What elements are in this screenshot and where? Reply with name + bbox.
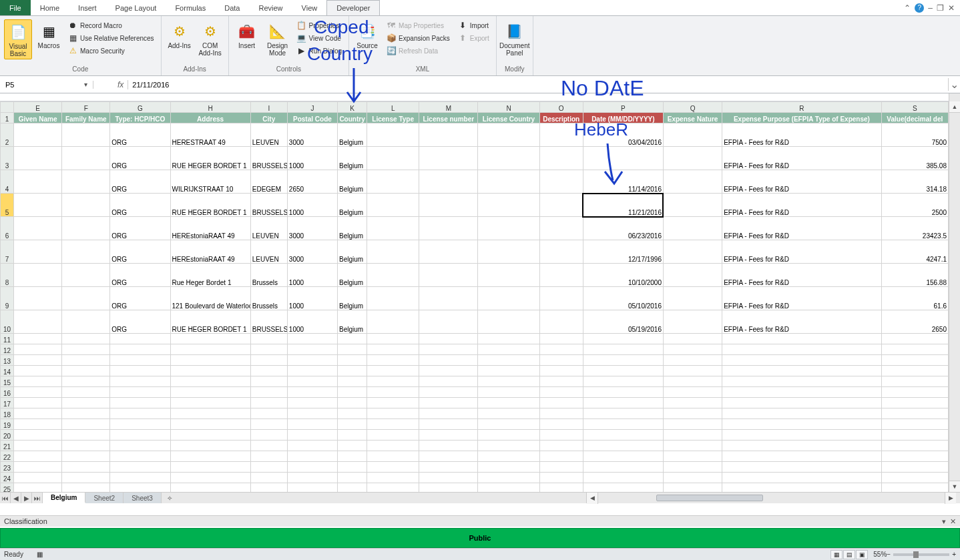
cell[interactable]: [62, 217, 110, 240]
cell[interactable]: [583, 430, 663, 441]
cell[interactable]: [110, 387, 170, 398]
cell[interactable]: [419, 441, 478, 451]
row-header[interactable]: 13: [1, 355, 14, 366]
vertical-scrollbar[interactable]: ▲ ▼: [949, 101, 960, 492]
cell[interactable]: [367, 217, 419, 240]
cell[interactable]: [287, 398, 337, 408]
properties-button[interactable]: 📋Properties: [294, 19, 344, 31]
scroll-left-icon[interactable]: ◀: [587, 493, 598, 504]
cell[interactable]: [881, 376, 948, 387]
zoom-in-icon[interactable]: +: [952, 551, 956, 558]
cell[interactable]: [338, 376, 367, 387]
window-restore-icon[interactable]: ❐: [937, 3, 944, 13]
cell[interactable]: [722, 366, 882, 376]
cell[interactable]: [478, 194, 539, 217]
run-dialog-button[interactable]: ▶Run Dialog: [294, 45, 344, 57]
col-header-Q[interactable]: Q: [663, 102, 722, 113]
cell[interactable]: [419, 430, 478, 441]
cell[interactable]: [367, 473, 419, 483]
cell[interactable]: [539, 344, 583, 355]
cell[interactable]: EFPIA - Fees for R&D: [722, 287, 882, 310]
cell[interactable]: [170, 441, 250, 451]
cell[interactable]: [367, 170, 419, 194]
row-header[interactable]: 4: [1, 170, 14, 194]
cell[interactable]: RUE HEGER BORDET 1: [170, 147, 250, 170]
cell[interactable]: [539, 310, 583, 334]
cell[interactable]: [62, 334, 110, 344]
cell[interactable]: ORG: [110, 287, 170, 310]
file-tab[interactable]: File: [0, 0, 31, 15]
design-mode-button[interactable]: 📐 Design Mode: [264, 19, 292, 58]
cell[interactable]: [419, 344, 478, 355]
cell[interactable]: Belgium: [338, 123, 367, 147]
cell[interactable]: [367, 240, 419, 264]
cell[interactable]: [170, 334, 250, 344]
cell[interactable]: [583, 344, 663, 355]
cell[interactable]: [539, 441, 583, 451]
cell[interactable]: [62, 310, 110, 334]
cell[interactable]: [250, 473, 287, 483]
cell[interactable]: [338, 387, 367, 398]
cell[interactable]: [419, 240, 478, 264]
cell[interactable]: 11/14/2016: [583, 170, 663, 194]
field-header[interactable]: Address: [170, 113, 250, 123]
cell[interactable]: Brussels: [250, 264, 287, 287]
col-header-H[interactable]: H: [170, 102, 250, 113]
cell[interactable]: [110, 451, 170, 462]
tab-data[interactable]: Data: [215, 0, 249, 15]
cell[interactable]: [110, 483, 170, 493]
cell[interactable]: [62, 287, 110, 310]
hscroll-thumb[interactable]: [656, 495, 763, 501]
fx-label[interactable]: fx: [113, 80, 128, 89]
formula-bar-expand-icon[interactable]: ⌄: [948, 78, 960, 91]
cell[interactable]: [367, 366, 419, 376]
cell[interactable]: [583, 147, 663, 170]
cell[interactable]: [419, 366, 478, 376]
cell[interactable]: [170, 344, 250, 355]
cell[interactable]: [338, 430, 367, 441]
cell[interactable]: [14, 194, 62, 217]
cell[interactable]: Belgium: [338, 287, 367, 310]
row-header[interactable]: 1: [1, 113, 14, 123]
tab-insert[interactable]: Insert: [69, 0, 106, 15]
cell[interactable]: [539, 419, 583, 430]
cell[interactable]: [722, 473, 882, 483]
row-header[interactable]: 11: [1, 334, 14, 344]
field-header[interactable]: City: [250, 113, 287, 123]
cell[interactable]: Belgium: [338, 310, 367, 334]
cell[interactable]: [663, 441, 722, 451]
cell[interactable]: [14, 366, 62, 376]
cell[interactable]: [110, 398, 170, 408]
cell[interactable]: [338, 334, 367, 344]
cell[interactable]: [478, 355, 539, 366]
cell[interactable]: [367, 147, 419, 170]
cell[interactable]: [478, 170, 539, 194]
cell[interactable]: ORG: [110, 240, 170, 264]
cell[interactable]: [722, 441, 882, 451]
cell[interactable]: [478, 398, 539, 408]
cell[interactable]: [287, 408, 337, 419]
cell[interactable]: [881, 441, 948, 451]
cell[interactable]: [14, 462, 62, 473]
cell[interactable]: [287, 483, 337, 493]
cell[interactable]: [62, 376, 110, 387]
cell[interactable]: [722, 344, 882, 355]
field-header[interactable]: License number: [419, 113, 478, 123]
cell[interactable]: [539, 462, 583, 473]
cell[interactable]: 385.08: [881, 147, 948, 170]
cell[interactable]: [419, 398, 478, 408]
sheet-nav-first-icon[interactable]: ⏮: [0, 493, 11, 503]
scroll-right-icon[interactable]: ▶: [945, 493, 956, 504]
cell[interactable]: [110, 366, 170, 376]
cell[interactable]: [663, 430, 722, 441]
export-button[interactable]: ⬆Export: [455, 32, 492, 44]
cell[interactable]: [14, 430, 62, 441]
sheet-tab-sheet2[interactable]: Sheet2: [85, 493, 124, 503]
cell[interactable]: [419, 376, 478, 387]
cell[interactable]: 05/10/2016: [583, 287, 663, 310]
cell[interactable]: [663, 451, 722, 462]
cell[interactable]: [539, 376, 583, 387]
cell[interactable]: [663, 194, 722, 217]
cell[interactable]: [250, 344, 287, 355]
help-icon[interactable]: ?: [915, 3, 924, 13]
